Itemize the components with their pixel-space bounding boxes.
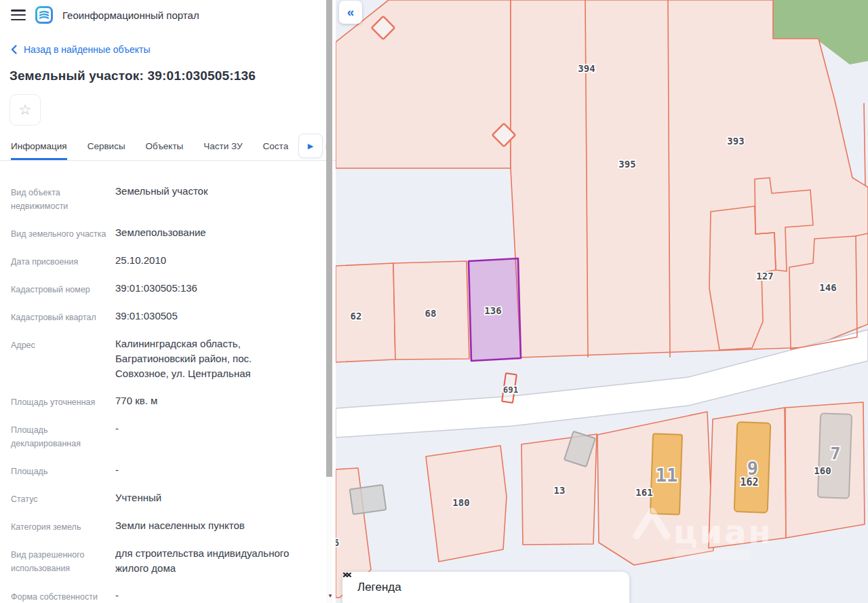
edge-sliver[interactable] <box>864 103 865 185</box>
parcel-label-393: 393 <box>727 136 744 147</box>
watermark-text: циан <box>673 513 773 551</box>
field-label: Площадь уточненная <box>11 393 115 409</box>
field-label: Статус <box>11 490 115 506</box>
double-chevron-left-icon: « <box>347 5 355 20</box>
info-fields-list: Вид объекта недвижимостиЗемельный участо… <box>0 161 336 603</box>
parcel-label-136: 136 <box>484 305 501 316</box>
field-value: 39:01:030505 <box>115 309 325 324</box>
parcel-label-13: 13 <box>554 485 566 496</box>
field-value: 39:01:030505:136 <box>115 281 325 296</box>
tabs-scroll-right-button[interactable]: ▶ <box>298 134 323 158</box>
parcel-block-394-395-393[interactable] <box>511 0 868 357</box>
field-value: для строительства индивидуального жилого… <box>115 546 325 576</box>
play-right-icon: ▶ <box>308 142 313 151</box>
info-row: АдресКалининградская область, Багратионо… <box>11 336 325 381</box>
parcel-topleft[interactable] <box>336 0 511 168</box>
field-value: Учтенный <box>115 490 325 506</box>
app-header: Геоинформационный портал <box>0 0 336 26</box>
tab-3[interactable]: Объекты <box>146 135 184 160</box>
info-row: Кадастровый номер39:01:030505:136 <box>11 281 325 296</box>
field-value: - <box>115 421 325 450</box>
field-value: 25.10.2010 <box>115 253 325 269</box>
tab-5[interactable]: Соста <box>263 135 289 160</box>
parcel-label-160: 160 <box>814 465 831 476</box>
parcel-label-395: 395 <box>618 159 635 170</box>
tabs-list: ИнформацияСервисыОбъектыЧасти ЗУСоста <box>0 135 323 160</box>
field-label: Дата присвоения <box>11 253 115 269</box>
tab-4[interactable]: Части ЗУ <box>203 135 242 160</box>
field-label: Вид разрешенного использования <box>11 546 115 576</box>
field-value: Земли населенных пунктов <box>115 518 325 534</box>
parcel-label-161: 161 <box>635 487 652 498</box>
info-row: Форма собственности- <box>11 588 325 603</box>
field-label: Вид земельного участка <box>11 225 115 241</box>
tabs-divider <box>0 160 336 161</box>
panel-scrollbar-thumb[interactable] <box>326 0 332 477</box>
info-row: Вид земельного участкаЗемлепользование <box>11 225 325 241</box>
field-label: Площадь декларированная <box>11 421 115 450</box>
info-row: СтатусУчтенный <box>11 490 325 506</box>
info-row: Площадь декларированная- <box>11 421 325 450</box>
field-label: Форма собственности <box>11 588 115 603</box>
parcel-label-7: 7 <box>830 444 840 463</box>
app-title: Геоинформационный портал <box>62 9 199 21</box>
info-row: Вид объекта недвижимостиЗемельный участо… <box>11 184 325 213</box>
info-panel: Геоинформационный портал Назад в найденн… <box>0 0 336 603</box>
field-label: Кадастровый квартал <box>11 309 115 324</box>
back-link[interactable]: Назад в найденные объекты <box>11 44 325 55</box>
info-row: Площадь- <box>11 463 325 478</box>
building-gray-1[interactable] <box>350 485 387 514</box>
legend-title: Легенда <box>357 581 401 594</box>
info-row: Вид разрешенного использованиядля строит… <box>11 546 325 576</box>
field-label: Вид объекта недвижимости <box>11 184 115 213</box>
field-value: Земельный участок <box>115 184 325 213</box>
info-row: Площадь уточненная770 кв. м <box>11 393 325 409</box>
favorite-button[interactable]: ☆ <box>9 94 41 125</box>
parcel-label-6: 6 <box>336 537 339 548</box>
watermark-subtext <box>675 549 751 560</box>
parcel-label-162: 162 <box>740 476 758 488</box>
hamburger-menu-icon[interactable] <box>11 9 26 20</box>
field-value: - <box>115 588 325 603</box>
tab-1[interactable]: Информация <box>11 135 67 160</box>
tab-2[interactable]: Сервисы <box>87 135 125 160</box>
scrollbar-down-arrow[interactable]: ▼ <box>328 593 333 599</box>
parcel-label-180: 180 <box>452 497 469 508</box>
field-value: 770 кв. м <box>115 393 325 409</box>
map-viewport[interactable]: циан394395393127146626813669118013161611… <box>336 0 868 603</box>
field-label: Категория земель <box>11 518 115 534</box>
info-row: Кадастровый квартал39:01:030505 <box>11 309 325 324</box>
field-label: Кадастровый номер <box>11 281 115 296</box>
field-value: - <box>115 463 325 478</box>
chevron-left-icon <box>11 45 17 54</box>
parcel-label-691: 691 <box>503 385 519 395</box>
field-label: Площадь <box>11 463 115 478</box>
page-title: Земельный участок: 39:01:030505:136 <box>9 69 325 83</box>
parcel-label-62: 62 <box>351 311 362 322</box>
info-row: Категория земельЗемли населенных пунктов <box>11 518 325 534</box>
star-icon: ☆ <box>19 102 32 118</box>
parcel-label-11: 11 <box>656 465 678 486</box>
field-label: Адрес <box>11 336 115 381</box>
app-logo-icon <box>35 6 53 24</box>
info-row: Дата присвоения25.10.2010 <box>11 253 325 269</box>
parcel-label-146: 146 <box>819 282 836 293</box>
parcel-label-394: 394 <box>578 63 595 74</box>
back-link-label: Назад в найденные объекты <box>24 44 150 55</box>
tabs-bar: ИнформацияСервисыОбъектыЧасти ЗУСоста ▶ … <box>0 135 336 161</box>
parcel-62[interactable] <box>336 263 395 362</box>
field-value: Калининградская область, Багратионовский… <box>115 336 325 381</box>
collapse-panel-button[interactable]: « <box>339 1 362 24</box>
legend-bar[interactable]: Легенда <box>342 572 629 603</box>
field-value: Землепользование <box>115 225 325 241</box>
cadastral-map[interactable]: циан394395393127146626813669118013161611… <box>336 0 868 603</box>
parcel-label-127: 127 <box>756 271 773 281</box>
parcel-label-68: 68 <box>425 308 437 319</box>
